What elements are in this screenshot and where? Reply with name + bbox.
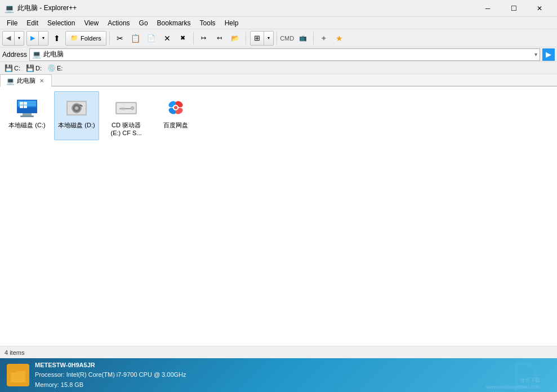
menu-help[interactable]: Help <box>220 18 243 28</box>
forward-button-combo[interactable]: ▶ ▾ <box>26 31 48 46</box>
computer-icon <box>7 364 29 386</box>
baidu-label: 百度网盘 <box>163 121 188 129</box>
menu-actions[interactable]: Actions <box>103 18 134 28</box>
drive-cd-icon-img <box>113 94 140 121</box>
hostname: METESTW-0H9A5JR <box>35 360 186 371</box>
view-button-combo[interactable]: ⊞ ▾ <box>250 31 274 46</box>
separator-3 <box>246 32 246 44</box>
move-to-button[interactable]: ↤ <box>212 31 227 46</box>
drive-cd-label: CD 驱动器 (E:) CF S... <box>106 121 146 137</box>
maximize-button[interactable]: ☐ <box>501 0 527 17</box>
drive-c-item[interactable]: 本地磁盘 (C:) <box>5 91 50 140</box>
drive-d-item[interactable]: 本地磁盘 (D:) <box>54 91 99 140</box>
drive-c-icon-img <box>14 94 41 121</box>
breadcrumb-d[interactable]: 💾 D: <box>24 63 44 73</box>
folders-button[interactable]: 📁 Folders <box>65 31 106 46</box>
svg-rect-7 <box>24 102 27 105</box>
statusbar: 4 items <box>0 346 557 358</box>
tab-bar: 💻 此电脑 ✕ <box>0 74 557 87</box>
address-input[interactable] <box>43 51 532 59</box>
separator-1 <box>109 32 110 44</box>
menu-edit[interactable]: Edit <box>22 18 43 28</box>
memory: Memory: 15.8 GB <box>35 380 186 390</box>
menu-bookmarks[interactable]: Bookmarks <box>153 18 195 28</box>
open-cmd-button[interactable]: CMD <box>280 31 295 46</box>
folder-svg <box>10 367 26 384</box>
menu-file[interactable]: File <box>2 18 22 28</box>
drive-c-icon: 💾 <box>5 64 13 72</box>
drive-d-icon-img <box>63 94 90 121</box>
address-go-button[interactable]: ▶ <box>542 48 555 61</box>
menu-tools[interactable]: Tools <box>195 18 220 28</box>
copy-to-button[interactable]: ↦ <box>197 31 211 46</box>
forward-button[interactable]: ▶ <box>27 32 39 45</box>
separator-5 <box>313 32 314 44</box>
content-area: 💻 此电脑 ✕ <box>0 74 557 346</box>
processor: Processor: Intel(R) Core(TM) i7-9700 CPU… <box>35 370 186 380</box>
separator-4 <box>277 32 277 44</box>
folder-icon: 📁 <box>70 34 78 42</box>
svg-point-22 <box>120 107 126 110</box>
breadcrumb-c[interactable]: 💾 C: <box>2 63 23 73</box>
menu-view[interactable]: View <box>79 18 103 28</box>
tab-label: 此电脑 <box>17 77 35 85</box>
svg-rect-30 <box>11 373 25 382</box>
address-dropdown-icon[interactable]: ▾ <box>534 51 537 57</box>
svg-rect-3 <box>17 111 37 113</box>
drive-e-icon: 💿 <box>47 64 56 72</box>
menu-go[interactable]: Go <box>135 18 153 28</box>
watermark-text: 微当下载www.weidangdown.com <box>486 377 540 390</box>
delete-button[interactable]: ✕ <box>160 31 175 46</box>
add-bookmark-button[interactable]: ★ <box>332 31 347 46</box>
titlebar: 💻 此电脑 - Explorer++ ─ ☐ ✕ <box>0 0 557 17</box>
star-button[interactable]: ✦ <box>317 31 331 46</box>
minimize-button[interactable]: ─ <box>475 0 501 17</box>
drive-cd-item[interactable]: CD 驱动器 (E:) CF S... <box>104 91 149 140</box>
paste-button[interactable]: 📄 <box>144 31 159 46</box>
watermark-area: 微当下载www.weidangdown.com <box>512 358 540 392</box>
view-dropdown[interactable]: ▾ <box>264 32 273 45</box>
breadcrumb-e[interactable]: 💿 E: <box>45 63 65 73</box>
svg-rect-9 <box>24 105 27 108</box>
drive-d-label: 本地磁盘 (D:) <box>58 121 95 129</box>
drive-cd-svg <box>114 95 139 120</box>
back-button[interactable]: ◀ <box>3 32 15 45</box>
statusbar-text: 4 items <box>5 349 24 356</box>
svg-point-15 <box>75 106 78 110</box>
drive-c-svg <box>15 95 39 120</box>
forward-dropdown[interactable]: ▾ <box>39 32 48 45</box>
view-button[interactable]: ⊞ <box>251 32 264 45</box>
titlebar-left: 💻 此电脑 - Explorer++ <box>5 3 77 13</box>
infobar-text: METESTW-0H9A5JR Processor: Intel(R) Core… <box>35 360 186 390</box>
tab-empty-area <box>52 86 557 86</box>
cut-button[interactable]: ✂ <box>113 31 127 46</box>
copy-button[interactable]: 📋 <box>128 31 143 46</box>
menubar: File Edit Selection View Actions Go Book… <box>0 17 557 29</box>
back-button-combo[interactable]: ◀ ▾ <box>2 31 24 46</box>
back-dropdown[interactable]: ▾ <box>15 32 24 45</box>
screen2-button[interactable]: 📺 <box>296 31 310 46</box>
tab-pc-icon: 💻 <box>6 77 15 85</box>
drive-d-icon: 💾 <box>26 64 34 72</box>
window-title: 此电脑 - Explorer++ <box>17 3 77 13</box>
drive-d-svg <box>64 95 89 120</box>
file-area[interactable]: 本地磁盘 (C:) 本地磁盘 (D:) <box>0 87 557 346</box>
address-pc-icon: 💻 <box>32 50 41 59</box>
up-button[interactable]: ⬆ <box>50 31 64 46</box>
app-icon: 💻 <box>5 4 14 13</box>
svg-point-28 <box>174 106 177 109</box>
titlebar-controls: ─ ☐ ✕ <box>475 0 552 17</box>
delete-perm-button[interactable]: ✖ <box>176 31 190 46</box>
infobar: METESTW-0H9A5JR Processor: Intel(R) Core… <box>0 358 557 392</box>
svg-rect-4 <box>23 113 32 115</box>
addressbar: Address 💻 ▾ ▶ <box>0 47 557 62</box>
baidu-item[interactable]: 百度网盘 <box>153 91 198 140</box>
tab-thispc[interactable]: 💻 此电脑 ✕ <box>0 74 52 87</box>
svg-rect-6 <box>20 102 23 105</box>
tab-close-button[interactable]: ✕ <box>38 77 46 85</box>
svg-point-21 <box>131 106 134 110</box>
close-button[interactable]: ✕ <box>527 0 552 17</box>
menu-selection[interactable]: Selection <box>43 18 79 28</box>
new-folder-button[interactable]: 📂 <box>228 31 243 46</box>
svg-rect-5 <box>20 115 34 117</box>
